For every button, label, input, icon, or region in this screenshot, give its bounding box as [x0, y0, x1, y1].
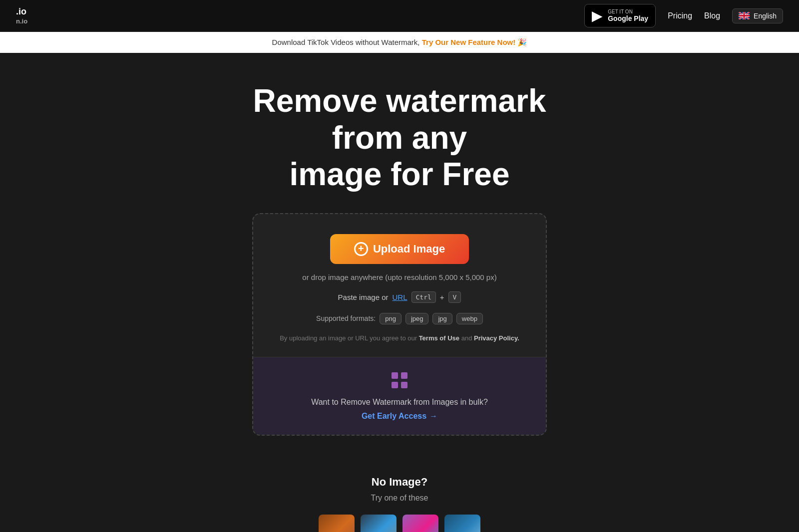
sample-image-3[interactable]: [402, 515, 438, 532]
bulk-text: Want to Remove Watermark from Images in …: [273, 398, 526, 407]
pricing-link[interactable]: Pricing: [668, 11, 692, 20]
sample-image-4[interactable]: [444, 515, 480, 532]
play-icon: ▶: [592, 7, 603, 24]
no-image-title: No Image?: [10, 476, 789, 489]
privacy-policy-link[interactable]: Privacy Policy.: [474, 334, 519, 342]
flag-icon: [739, 12, 750, 19]
blog-link[interactable]: Blog: [704, 11, 720, 20]
format-jpg: jpg: [432, 313, 452, 324]
no-image-subtitle: Try one of these: [10, 494, 789, 503]
plus-circle-icon: +: [354, 242, 368, 256]
svg-rect-2: [401, 372, 407, 379]
drop-hint: or drop image anywhere (upto resolution …: [273, 273, 526, 281]
sample-images-row: [10, 515, 789, 532]
language-selector[interactable]: English: [732, 8, 783, 23]
hero-title: Remove watermark from any image for Free: [225, 83, 574, 193]
paste-row: Paste image or URL Ctrl + V: [273, 291, 526, 303]
logo: .io n.io: [16, 6, 27, 25]
terms-text: By uploading an image or URL you agree t…: [273, 334, 526, 342]
upload-area: + Upload Image or drop image anywhere (u…: [253, 214, 546, 357]
navbar: .io n.io ▶ GET IT ON Google Play Pricing…: [0, 0, 799, 32]
format-webp: webp: [456, 313, 483, 324]
grid-icon: [391, 371, 408, 389]
no-image-section: No Image? Try one of these: [0, 456, 799, 532]
bulk-icon: [273, 371, 526, 393]
format-png: png: [380, 313, 401, 324]
sample-image-1[interactable]: [319, 515, 355, 532]
ctrl-key: Ctrl: [411, 291, 436, 303]
sample-image-2[interactable]: [361, 515, 397, 532]
upload-image-button[interactable]: + Upload Image: [330, 234, 469, 264]
format-jpeg: jpeg: [405, 313, 429, 324]
bulk-section: Want to Remove Watermark from Images in …: [253, 357, 546, 435]
svg-rect-1: [392, 372, 398, 379]
terms-of-use-link[interactable]: Terms of Use: [419, 334, 459, 342]
svg-rect-4: [401, 382, 407, 388]
svg-rect-3: [392, 382, 398, 388]
announcement-bar: Download TikTok Videos without Watermark…: [0, 32, 799, 53]
google-play-button[interactable]: ▶ GET IT ON Google Play: [584, 4, 656, 27]
early-access-link[interactable]: Get Early Access →: [362, 412, 437, 421]
nav-right: ▶ GET IT ON Google Play Pricing Blog Eng…: [584, 4, 783, 27]
v-key: V: [448, 291, 461, 303]
hero-section: Remove watermark from any image for Free…: [0, 53, 799, 456]
announcement-cta[interactable]: Try Our New Feature Now! 🎉: [422, 38, 527, 46]
paste-url-link[interactable]: URL: [392, 293, 407, 301]
formats-row: Supported formats: png jpeg jpg webp: [273, 313, 526, 324]
upload-card: + Upload Image or drop image anywhere (u…: [252, 213, 547, 436]
